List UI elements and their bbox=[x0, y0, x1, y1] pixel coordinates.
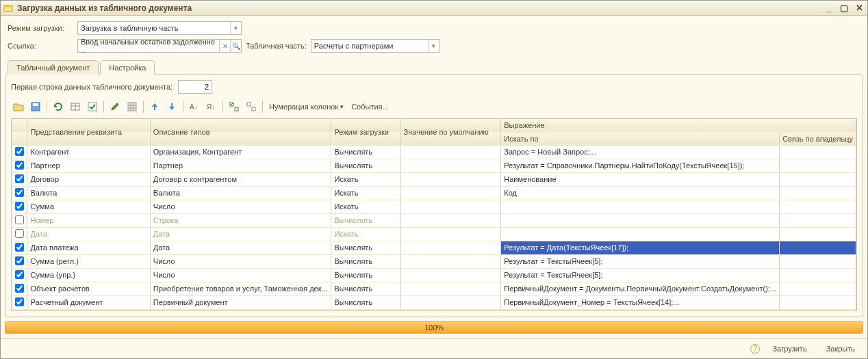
row-checkbox[interactable] bbox=[15, 297, 24, 306]
cell-mode[interactable]: Вычислять bbox=[331, 159, 400, 172]
minimize-button[interactable]: _ bbox=[824, 3, 834, 13]
cell-repr[interactable]: Договор bbox=[27, 172, 150, 186]
sort-desc-icon[interactable]: Я↓ bbox=[204, 99, 219, 114]
row-checkbox[interactable] bbox=[15, 256, 24, 265]
cell-repr[interactable]: Контрагент bbox=[27, 145, 150, 159]
cell-mode[interactable]: Искать bbox=[331, 227, 400, 241]
cell-link[interactable] bbox=[780, 268, 856, 282]
refresh-icon[interactable] bbox=[51, 99, 66, 114]
col-mode[interactable]: Режим загрузки bbox=[331, 119, 400, 145]
table-row[interactable]: ДатаДатаИскать bbox=[12, 227, 856, 241]
cell-types[interactable]: Строка bbox=[150, 213, 331, 227]
ref-combo[interactable]: Ввод начальных остатков задолженно ... ✕… bbox=[77, 39, 242, 53]
first-row-input[interactable] bbox=[178, 80, 212, 94]
cell-link[interactable] bbox=[780, 254, 856, 268]
cell-repr[interactable]: Сумма bbox=[27, 200, 150, 213]
cell-link[interactable] bbox=[780, 145, 856, 159]
table-row[interactable]: Объект расчетовПриобретение товаров и ус… bbox=[12, 282, 856, 295]
tabpart-combo[interactable]: Расчеты с партнерами bbox=[311, 39, 439, 53]
close-button[interactable]: Закрыть bbox=[819, 343, 862, 355]
table-row[interactable]: КонтрагентОрганизация, КонтрагентВычисля… bbox=[12, 145, 856, 159]
cell-link[interactable] bbox=[780, 213, 856, 227]
row-checkbox-cell[interactable] bbox=[12, 159, 27, 172]
cell-search[interactable]: Результат = ТекстыЯчеек[5]; bbox=[501, 254, 780, 268]
cell-default[interactable] bbox=[400, 200, 501, 213]
cell-search[interactable] bbox=[501, 213, 780, 227]
cell-link[interactable] bbox=[780, 200, 856, 213]
checkbox-icon[interactable] bbox=[85, 99, 100, 114]
cell-search[interactable]: ПервичныйДокумент_Номер = ТекстыЯчеек[14… bbox=[501, 295, 780, 309]
cell-default[interactable] bbox=[400, 172, 501, 186]
maximize-button[interactable]: ▢ bbox=[839, 3, 850, 13]
cell-search[interactable] bbox=[501, 227, 780, 241]
col-expr[interactable]: Выражение bbox=[501, 119, 856, 132]
row-checkbox[interactable] bbox=[15, 161, 24, 170]
search-icon[interactable]: 🔍 bbox=[230, 40, 241, 52]
table-row[interactable]: СуммаЧислоИскать bbox=[12, 200, 856, 213]
cell-mode[interactable]: Искать bbox=[331, 186, 400, 200]
row-checkbox[interactable] bbox=[15, 202, 24, 211]
cell-types[interactable]: Дата bbox=[150, 227, 331, 241]
row-checkbox-cell[interactable] bbox=[12, 295, 27, 309]
cell-default[interactable] bbox=[400, 282, 501, 295]
cell-default[interactable] bbox=[400, 227, 501, 241]
cell-default[interactable] bbox=[400, 213, 501, 227]
help-icon[interactable]: ? bbox=[750, 344, 760, 354]
table-row[interactable]: ДоговорДоговор с контрагентомИскатьНаиме… bbox=[12, 172, 856, 186]
col-link[interactable]: Связь по владельцу bbox=[780, 132, 856, 145]
row-checkbox-cell[interactable] bbox=[12, 241, 27, 254]
cell-default[interactable] bbox=[400, 145, 501, 159]
cell-mode[interactable]: Вычислять bbox=[331, 241, 400, 254]
cell-types[interactable]: Число bbox=[150, 254, 331, 268]
table-row[interactable]: Расчетный документПервичный документВычи… bbox=[12, 295, 856, 309]
events-button[interactable]: События... bbox=[348, 99, 392, 114]
cell-default[interactable] bbox=[400, 254, 501, 268]
cell-repr[interactable]: Сумма (упр.) bbox=[27, 268, 150, 282]
mode-combo[interactable]: Загрузка в табличную часть bbox=[77, 21, 242, 35]
cell-repr[interactable]: Расчетный документ bbox=[27, 295, 150, 309]
cell-repr[interactable]: Сумма (регл.) bbox=[27, 254, 150, 268]
row-checkbox[interactable] bbox=[15, 215, 24, 224]
cell-search[interactable]: Результат = Справочники.Партнеры.НайтиПо… bbox=[501, 159, 780, 172]
table-row[interactable]: НомерСтрокаВычислять bbox=[12, 213, 856, 227]
col-default[interactable]: Значение по умолчанию bbox=[400, 119, 501, 145]
cell-search[interactable]: Результат = ТекстыЯчеек[5]; bbox=[501, 268, 780, 282]
cell-types[interactable]: Организация, Контрагент bbox=[150, 145, 331, 159]
row-checkbox-cell[interactable] bbox=[12, 200, 27, 213]
table-row[interactable]: Сумма (упр.)ЧислоВычислятьРезультат = Те… bbox=[12, 268, 856, 282]
check-all-icon[interactable] bbox=[227, 99, 242, 114]
cell-mode[interactable]: Вычислять bbox=[331, 268, 400, 282]
row-checkbox-cell[interactable] bbox=[12, 172, 27, 186]
row-checkbox[interactable] bbox=[15, 147, 24, 156]
clear-icon[interactable]: ✕ bbox=[219, 40, 230, 52]
row-checkbox[interactable] bbox=[15, 188, 24, 197]
cell-search[interactable]: Наименование bbox=[501, 172, 780, 186]
cell-types[interactable]: Дата bbox=[150, 241, 331, 254]
row-checkbox-cell[interactable] bbox=[12, 227, 27, 241]
sort-asc-icon[interactable]: A↓ bbox=[187, 99, 202, 114]
cell-link[interactable] bbox=[780, 186, 856, 200]
row-checkbox-cell[interactable] bbox=[12, 254, 27, 268]
col-repr[interactable]: Представление реквизита bbox=[27, 119, 150, 145]
col-check[interactable] bbox=[12, 119, 27, 145]
table-icon[interactable] bbox=[68, 99, 83, 114]
cell-mode[interactable]: Вычислять bbox=[331, 213, 400, 227]
chevron-down-icon[interactable] bbox=[230, 22, 241, 34]
row-checkbox-cell[interactable] bbox=[12, 268, 27, 282]
cell-types[interactable]: Валюта bbox=[150, 186, 331, 200]
move-up-icon[interactable] bbox=[147, 99, 162, 114]
cell-repr[interactable]: Дата bbox=[27, 227, 150, 241]
table-row[interactable]: Сумма (регл.)ЧислоВычислятьРезультат = Т… bbox=[12, 254, 856, 268]
row-checkbox[interactable] bbox=[15, 243, 24, 252]
cell-types[interactable]: Приобретение товаров и услуг, Таможенная… bbox=[150, 282, 331, 295]
cell-link[interactable] bbox=[780, 295, 856, 309]
cell-repr[interactable]: Валюта bbox=[27, 186, 150, 200]
cell-types[interactable]: Договор с контрагентом bbox=[150, 172, 331, 186]
cell-default[interactable] bbox=[400, 295, 501, 309]
load-button[interactable]: Загрузить bbox=[765, 343, 813, 355]
row-checkbox-cell[interactable] bbox=[12, 282, 27, 295]
row-checkbox[interactable] bbox=[15, 270, 24, 279]
cell-mode[interactable]: Искать bbox=[331, 200, 400, 213]
cell-repr[interactable]: Партнер bbox=[27, 159, 150, 172]
cell-mode[interactable]: Вычислять bbox=[331, 145, 400, 159]
